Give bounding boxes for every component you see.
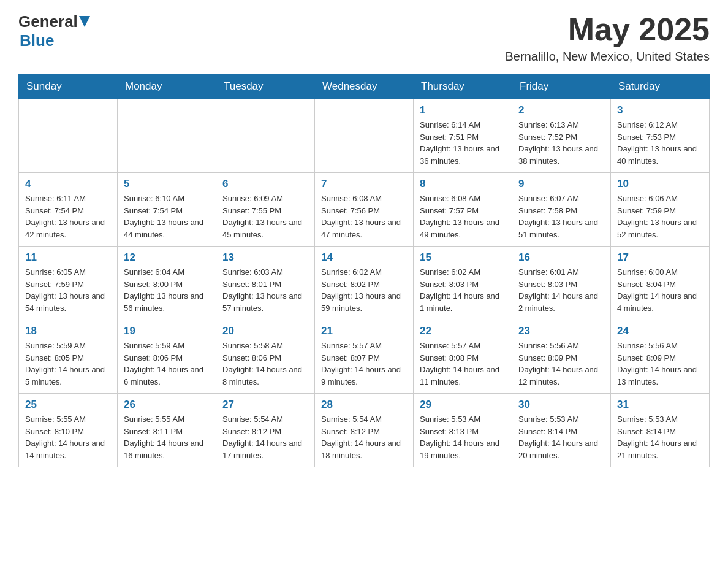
calendar-header-row: SundayMondayTuesdayWednesdayThursdayFrid… — [19, 74, 710, 99]
day-number: 14 — [321, 251, 407, 264]
calendar-day-cell: 18Sunrise: 5:59 AM Sunset: 8:05 PM Dayli… — [19, 320, 118, 394]
day-number: 8 — [420, 178, 506, 190]
day-info: Sunrise: 6:13 AM Sunset: 7:52 PM Dayligh… — [518, 119, 604, 167]
day-number: 31 — [617, 399, 703, 411]
day-info: Sunrise: 5:56 AM Sunset: 8:09 PM Dayligh… — [617, 340, 703, 388]
day-info: Sunrise: 6:09 AM Sunset: 7:55 PM Dayligh… — [222, 193, 308, 240]
day-number: 25 — [25, 399, 111, 411]
calendar-day-cell — [315, 99, 414, 173]
calendar-day-cell: 6Sunrise: 6:09 AM Sunset: 7:55 PM Daylig… — [216, 173, 315, 247]
day-number: 26 — [124, 399, 210, 411]
logo-triangle-icon — [79, 16, 90, 29]
day-info: Sunrise: 5:53 AM Sunset: 8:14 PM Dayligh… — [617, 413, 703, 461]
calendar-day-header: Friday — [512, 74, 611, 99]
day-number: 3 — [617, 104, 703, 117]
day-number: 1 — [420, 104, 506, 117]
calendar-day-cell: 26Sunrise: 5:55 AM Sunset: 8:11 PM Dayli… — [118, 394, 216, 467]
day-number: 11 — [25, 251, 111, 264]
calendar-day-cell: 31Sunrise: 5:53 AM Sunset: 8:14 PM Dayli… — [611, 394, 710, 467]
calendar-day-cell — [118, 99, 216, 173]
day-number: 6 — [222, 178, 308, 190]
day-number: 21 — [321, 325, 407, 337]
day-number: 19 — [124, 325, 210, 337]
day-number: 13 — [222, 251, 308, 264]
calendar-week-row: 1Sunrise: 6:14 AM Sunset: 7:51 PM Daylig… — [19, 99, 710, 173]
calendar-day-cell: 9Sunrise: 6:07 AM Sunset: 7:58 PM Daylig… — [512, 173, 611, 247]
logo: General Blue — [18, 12, 90, 50]
calendar-day-cell: 19Sunrise: 5:59 AM Sunset: 8:06 PM Dayli… — [118, 320, 216, 394]
day-number: 22 — [420, 325, 506, 337]
day-number: 5 — [124, 178, 210, 190]
logo-text-blue: Blue — [20, 31, 54, 50]
calendar-day-header: Sunday — [19, 74, 118, 99]
calendar-day-cell: 16Sunrise: 6:01 AM Sunset: 8:03 PM Dayli… — [512, 247, 611, 320]
calendar-day-cell: 28Sunrise: 5:54 AM Sunset: 8:12 PM Dayli… — [315, 394, 414, 467]
calendar-day-cell: 2Sunrise: 6:13 AM Sunset: 7:52 PM Daylig… — [512, 99, 611, 173]
calendar-day-cell: 10Sunrise: 6:06 AM Sunset: 7:59 PM Dayli… — [611, 173, 710, 247]
calendar-day-cell: 17Sunrise: 6:00 AM Sunset: 8:04 PM Dayli… — [611, 247, 710, 320]
calendar-day-cell: 5Sunrise: 6:10 AM Sunset: 7:54 PM Daylig… — [118, 173, 216, 247]
day-info: Sunrise: 6:00 AM Sunset: 8:04 PM Dayligh… — [617, 266, 703, 314]
calendar-day-cell: 13Sunrise: 6:03 AM Sunset: 8:01 PM Dayli… — [216, 247, 315, 320]
day-info: Sunrise: 5:53 AM Sunset: 8:14 PM Dayligh… — [518, 413, 604, 461]
day-number: 29 — [420, 399, 506, 411]
location-subtitle: Bernalillo, New Mexico, United States — [506, 50, 710, 64]
day-info: Sunrise: 6:10 AM Sunset: 7:54 PM Dayligh… — [124, 193, 210, 240]
calendar-day-header: Tuesday — [216, 74, 315, 99]
calendar-day-header: Saturday — [611, 74, 710, 99]
day-info: Sunrise: 6:14 AM Sunset: 7:51 PM Dayligh… — [420, 119, 506, 167]
day-number: 10 — [617, 178, 703, 190]
calendar-day-cell: 25Sunrise: 5:55 AM Sunset: 8:10 PM Dayli… — [19, 394, 118, 467]
day-number: 4 — [25, 178, 111, 190]
calendar-day-header: Thursday — [414, 74, 512, 99]
calendar-day-cell: 12Sunrise: 6:04 AM Sunset: 8:00 PM Dayli… — [118, 247, 216, 320]
calendar-day-cell: 30Sunrise: 5:53 AM Sunset: 8:14 PM Dayli… — [512, 394, 611, 467]
day-info: Sunrise: 5:55 AM Sunset: 8:10 PM Dayligh… — [25, 413, 111, 461]
day-info: Sunrise: 5:58 AM Sunset: 8:06 PM Dayligh… — [222, 340, 308, 388]
calendar-day-cell: 27Sunrise: 5:54 AM Sunset: 8:12 PM Dayli… — [216, 394, 315, 467]
day-info: Sunrise: 5:55 AM Sunset: 8:11 PM Dayligh… — [124, 413, 210, 461]
calendar-day-cell: 1Sunrise: 6:14 AM Sunset: 7:51 PM Daylig… — [414, 99, 512, 173]
day-info: Sunrise: 6:04 AM Sunset: 8:00 PM Dayligh… — [124, 266, 210, 314]
calendar-day-cell: 7Sunrise: 6:08 AM Sunset: 7:56 PM Daylig… — [315, 173, 414, 247]
day-number: 28 — [321, 399, 407, 411]
calendar-day-cell: 22Sunrise: 5:57 AM Sunset: 8:08 PM Dayli… — [414, 320, 512, 394]
calendar-day-cell: 11Sunrise: 6:05 AM Sunset: 7:59 PM Dayli… — [19, 247, 118, 320]
calendar-week-row: 25Sunrise: 5:55 AM Sunset: 8:10 PM Dayli… — [19, 394, 710, 467]
day-number: 18 — [25, 325, 111, 337]
calendar-day-cell: 8Sunrise: 6:08 AM Sunset: 7:57 PM Daylig… — [414, 173, 512, 247]
page-header: General Blue May 2025 Bernalillo, New Me… — [18, 12, 710, 64]
day-number: 23 — [518, 325, 604, 337]
day-info: Sunrise: 5:57 AM Sunset: 8:08 PM Dayligh… — [420, 340, 506, 388]
day-info: Sunrise: 5:56 AM Sunset: 8:09 PM Dayligh… — [518, 340, 604, 388]
svg-marker-0 — [79, 16, 90, 27]
calendar-day-cell: 24Sunrise: 5:56 AM Sunset: 8:09 PM Dayli… — [611, 320, 710, 394]
day-info: Sunrise: 5:54 AM Sunset: 8:12 PM Dayligh… — [222, 413, 308, 461]
calendar-day-cell: 23Sunrise: 5:56 AM Sunset: 8:09 PM Dayli… — [512, 320, 611, 394]
day-info: Sunrise: 6:02 AM Sunset: 8:02 PM Dayligh… — [321, 266, 407, 314]
day-info: Sunrise: 6:11 AM Sunset: 7:54 PM Dayligh… — [25, 193, 111, 240]
day-info: Sunrise: 6:02 AM Sunset: 8:03 PM Dayligh… — [420, 266, 506, 314]
day-info: Sunrise: 5:59 AM Sunset: 8:05 PM Dayligh… — [25, 340, 111, 388]
title-section: May 2025 Bernalillo, New Mexico, United … — [506, 12, 710, 64]
calendar-week-row: 11Sunrise: 6:05 AM Sunset: 7:59 PM Dayli… — [19, 247, 710, 320]
day-number: 20 — [222, 325, 308, 337]
day-info: Sunrise: 6:08 AM Sunset: 7:56 PM Dayligh… — [321, 193, 407, 240]
day-number: 2 — [518, 104, 604, 117]
calendar-week-row: 18Sunrise: 5:59 AM Sunset: 8:05 PM Dayli… — [19, 320, 710, 394]
day-info: Sunrise: 6:05 AM Sunset: 7:59 PM Dayligh… — [25, 266, 111, 314]
calendar-day-cell: 3Sunrise: 6:12 AM Sunset: 7:53 PM Daylig… — [611, 99, 710, 173]
day-number: 12 — [124, 251, 210, 264]
calendar-week-row: 4Sunrise: 6:11 AM Sunset: 7:54 PM Daylig… — [19, 173, 710, 247]
calendar-table: SundayMondayTuesdayWednesdayThursdayFrid… — [18, 74, 710, 467]
day-info: Sunrise: 6:12 AM Sunset: 7:53 PM Dayligh… — [617, 119, 703, 167]
calendar-day-cell: 15Sunrise: 6:02 AM Sunset: 8:03 PM Dayli… — [414, 247, 512, 320]
day-number: 30 — [518, 399, 604, 411]
day-info: Sunrise: 5:54 AM Sunset: 8:12 PM Dayligh… — [321, 413, 407, 461]
day-info: Sunrise: 6:07 AM Sunset: 7:58 PM Dayligh… — [518, 193, 604, 240]
day-info: Sunrise: 6:06 AM Sunset: 7:59 PM Dayligh… — [617, 193, 703, 240]
day-number: 24 — [617, 325, 703, 337]
calendar-day-cell: 20Sunrise: 5:58 AM Sunset: 8:06 PM Dayli… — [216, 320, 315, 394]
day-info: Sunrise: 5:57 AM Sunset: 8:07 PM Dayligh… — [321, 340, 407, 388]
day-info: Sunrise: 5:59 AM Sunset: 8:06 PM Dayligh… — [124, 340, 210, 388]
